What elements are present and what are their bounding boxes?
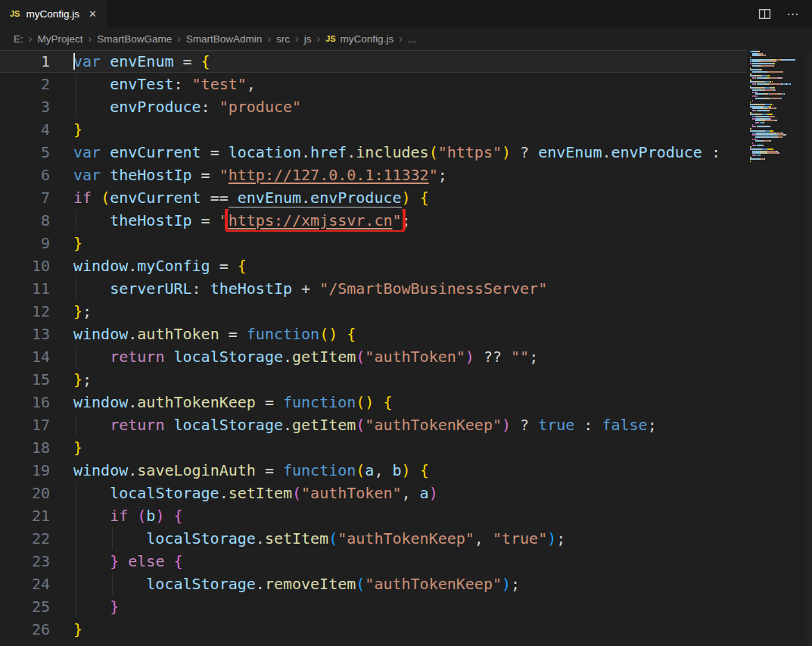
- line-number: 12: [0, 300, 50, 323]
- minimap-row: [750, 67, 812, 69]
- minimap-row: [750, 140, 812, 142]
- minimap-row: [750, 122, 812, 123]
- line-number: 24: [0, 573, 50, 595]
- code-text[interactable]: if (envCurrent == envEnum.envProduce) {: [73, 186, 812, 209]
- indent-guide: [76, 573, 76, 595]
- minimap-content: [747, 50, 812, 162]
- chevron-right-icon: ›: [295, 33, 299, 45]
- breadcrumb-item[interactable]: src: [276, 33, 290, 45]
- minimap-row: [750, 136, 812, 138]
- code-text[interactable]: window.authToken = function() {: [73, 323, 812, 345]
- line-number: 17: [0, 414, 50, 436]
- code-line: 27window.clearLoginAuth = function() {: [0, 641, 812, 646]
- minimap-row: [750, 116, 812, 117]
- code-text[interactable]: }: [73, 618, 812, 641]
- minimap-row: [750, 120, 812, 121]
- code-text[interactable]: };: [73, 368, 812, 391]
- indent-guide: [76, 482, 76, 504]
- breadcrumb-file[interactable]: myConfig.js: [341, 33, 394, 45]
- code-line: 4}: [0, 118, 812, 141]
- code-text[interactable]: }: [73, 436, 812, 459]
- code-text[interactable]: envTest: "test",: [73, 73, 812, 95]
- minimap-row: [750, 106, 812, 108]
- minimap-row: [750, 114, 812, 115]
- tab-myconfig[interactable]: JS myConfig.js ✕: [0, 0, 107, 27]
- minimap-row: [750, 152, 812, 154]
- code-line: 17 return localStorage.getItem("authToke…: [0, 414, 812, 436]
- code-text[interactable]: window.saveLoginAuth = function(a, b) {: [73, 459, 812, 482]
- code-text[interactable]: window.authTokenKeep = function() {: [73, 391, 812, 414]
- indent-guide: [76, 414, 76, 436]
- chevron-right-icon: ›: [88, 33, 92, 45]
- code-text[interactable]: if (b) {: [73, 504, 812, 527]
- code-line: 16window.authTokenKeep = function() {: [0, 391, 812, 414]
- breadcrumb-symbols[interactable]: ...: [408, 33, 416, 45]
- minimap-row: [750, 86, 812, 87]
- code-line: 21 if (b) {: [0, 504, 812, 527]
- indent-guide: [76, 345, 76, 368]
- line-number: 1: [0, 50, 50, 73]
- code-line: 5var envCurrent = location.href.includes…: [0, 141, 812, 164]
- close-icon[interactable]: ✕: [89, 9, 97, 19]
- code-text[interactable]: localStorage.setItem("authTokenKeep", "t…: [73, 527, 812, 550]
- scrollbar[interactable]: [807, 50, 812, 646]
- code-line: 26}: [0, 618, 812, 641]
- code-text[interactable]: };: [73, 300, 812, 323]
- indent-guide: [76, 595, 76, 618]
- breadcrumb: E:›MyProject›SmartBowGame›SmartBowAdmin›…: [0, 27, 812, 50]
- code-text[interactable]: localStorage.setItem("authToken", a): [73, 482, 812, 504]
- js-file-icon: JS: [325, 34, 335, 43]
- minimap-row: [750, 92, 812, 93]
- minimap-row: [750, 89, 812, 91]
- line-number: 11: [0, 277, 50, 300]
- line-number: 6: [0, 164, 50, 186]
- code-text[interactable]: }: [73, 118, 812, 141]
- code-text[interactable]: window.clearLoginAuth = function() {: [73, 641, 812, 646]
- line-number: 14: [0, 345, 50, 368]
- code-text[interactable]: } else {: [73, 550, 812, 573]
- indent-guide: [76, 209, 76, 232]
- minimap-row: [750, 139, 812, 140]
- line-number: 25: [0, 595, 50, 618]
- minimap-row: [750, 130, 812, 132]
- breadcrumb-item[interactable]: E:: [14, 33, 23, 45]
- code-editor[interactable]: 1var envEnum = {2 envTest: "test",3 envP…: [0, 50, 812, 646]
- breadcrumb-item[interactable]: js: [304, 33, 312, 45]
- code-text[interactable]: localStorage.removeItem("authTokenKeep")…: [73, 573, 812, 595]
- code-text[interactable]: return localStorage.getItem("authToken")…: [73, 345, 812, 368]
- breadcrumb-item[interactable]: MyProject: [37, 33, 82, 45]
- code-text[interactable]: }: [73, 232, 812, 254]
- line-number: 15: [0, 368, 50, 391]
- indent-guide: [76, 550, 76, 573]
- code-text[interactable]: envProduce: "produce": [73, 95, 812, 118]
- minimap-row: [750, 98, 812, 99]
- code-line: 10window.myConfig = {: [0, 254, 812, 277]
- code-text[interactable]: var theHostIp = "http://127.0.0.1:11332"…: [73, 164, 812, 186]
- code-text[interactable]: window.myConfig = {: [73, 254, 812, 277]
- more-actions-button[interactable]: ⋯: [785, 5, 801, 22]
- minimap-row: [750, 110, 812, 111]
- minimap-row: [750, 63, 812, 64]
- line-number: 18: [0, 436, 50, 459]
- split-editor-button[interactable]: [756, 5, 773, 22]
- code-text[interactable]: serverURL: theHostIp + "/SmartBowBusines…: [73, 277, 812, 300]
- line-number: 20: [0, 482, 50, 504]
- code-line: 12};: [0, 300, 812, 323]
- minimap-row: [750, 55, 812, 56]
- code-line: 25 }: [0, 595, 812, 618]
- indent-guide: [76, 527, 76, 550]
- code-text[interactable]: var envEnum = {: [73, 50, 812, 73]
- breadcrumb-item[interactable]: SmartBowGame: [97, 33, 172, 45]
- text-cursor: [73, 53, 75, 70]
- code-text[interactable]: return localStorage.getItem("authTokenKe…: [73, 414, 812, 436]
- code-text[interactable]: var envCurrent = location.href.includes(…: [73, 141, 812, 164]
- minimap-row: [750, 104, 812, 105]
- line-number: 7: [0, 186, 50, 209]
- code-line: 15};: [0, 368, 812, 391]
- code-text[interactable]: theHostIp = "https://xmjssvr.cn";: [73, 209, 812, 232]
- minimap-row: [750, 100, 812, 101]
- line-number: 8: [0, 209, 50, 232]
- minimap[interactable]: [747, 50, 812, 646]
- code-text[interactable]: }: [73, 595, 812, 618]
- breadcrumb-item[interactable]: SmartBowAdmin: [186, 33, 263, 45]
